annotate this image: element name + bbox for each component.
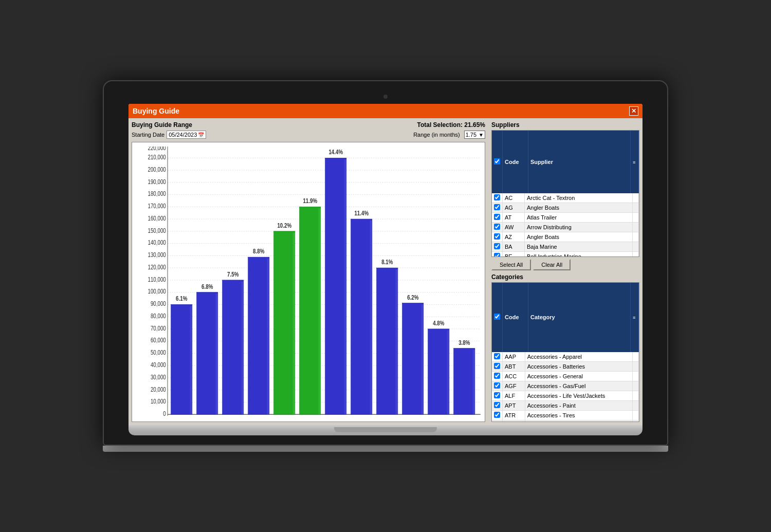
close-button[interactable]: ✕ <box>629 106 638 116</box>
category-checkbox-cell[interactable] <box>492 361 503 371</box>
category-row-action <box>633 381 639 391</box>
categories-data-table: AAP Accessories - Apparel ABT Accessorie… <box>492 352 639 421</box>
category-checkbox[interactable] <box>494 402 500 408</box>
svg-rect-72 <box>396 269 398 414</box>
categories-menu-icon[interactable]: ≡ <box>633 315 635 320</box>
categories-header-table: Code Category ≡ <box>492 283 639 352</box>
categories-name-header: Category <box>528 283 631 352</box>
supplier-checkbox[interactable] <box>494 204 500 210</box>
svg-text:210,000: 210,000 <box>148 154 166 160</box>
supplier-checkbox[interactable] <box>494 243 500 249</box>
app-content: Buying Guide Range Total Selection: 21.6… <box>128 118 642 425</box>
supplier-checkbox-cell[interactable] <box>492 242 503 252</box>
svg-rect-62 <box>300 207 321 414</box>
category-checkbox[interactable] <box>494 363 500 369</box>
category-checkbox[interactable] <box>494 392 500 398</box>
svg-text:0: 0 <box>163 410 166 417</box>
suppliers-title: Suppliers <box>491 121 639 129</box>
supplier-name: Baja Marine <box>524 242 632 252</box>
category-row: AAP Accessories - Apparel <box>492 352 639 362</box>
suppliers-code-header: Code <box>503 131 528 193</box>
suppliers-header-checkbox[interactable] <box>494 158 500 164</box>
supplier-checkbox-cell[interactable] <box>492 203 503 213</box>
supplier-checkbox[interactable] <box>494 194 500 200</box>
range-select[interactable]: 1.75 ▼ <box>464 131 485 139</box>
category-checkbox[interactable] <box>494 382 500 389</box>
svg-rect-53 <box>223 280 244 414</box>
category-checkbox[interactable] <box>494 353 500 359</box>
category-checkbox-cell[interactable] <box>492 352 503 362</box>
clear-all-button[interactable]: Clear All <box>533 259 571 270</box>
supplier-row: AT Atlas Trailer <box>492 213 639 223</box>
svg-text:140,000: 140,000 <box>148 239 166 246</box>
category-code: AAP <box>503 352 525 362</box>
supplier-checkbox-cell[interactable] <box>492 213 503 223</box>
suppliers-section: Suppliers Code <box>491 121 639 270</box>
category-row: ACC Accessories - General <box>492 371 639 381</box>
total-selection: Total Selection: 21.65% <box>417 121 486 129</box>
select-all-button[interactable]: Select All <box>491 259 531 270</box>
svg-rect-80 <box>454 348 475 415</box>
supplier-row: AZ Angler Boats <box>492 232 639 242</box>
supplier-checkbox[interactable] <box>494 224 500 230</box>
svg-rect-48 <box>190 306 192 414</box>
category-checkbox[interactable] <box>494 412 500 418</box>
supplier-row: AG Angler Boats <box>492 203 639 213</box>
starting-date-input[interactable]: 05/24/2023 📅 <box>167 131 206 139</box>
categories-check-header <box>492 283 503 352</box>
category-checkbox-cell[interactable] <box>492 400 503 410</box>
svg-rect-71 <box>377 268 398 414</box>
starting-date-label: Starting Date <box>132 132 164 138</box>
suppliers-header-row: Code Supplier ≡ <box>492 131 639 193</box>
category-row-action <box>633 410 639 420</box>
supplier-checkbox[interactable] <box>494 233 500 240</box>
category-checkbox-cell[interactable] <box>492 381 503 391</box>
category-code: ACC <box>503 371 525 381</box>
laptop-notch <box>334 427 437 432</box>
category-checkbox-cell[interactable] <box>492 371 503 381</box>
supplier-code: AC <box>503 193 525 203</box>
supplier-checkbox-cell[interactable] <box>492 223 503 232</box>
svg-text:30,000: 30,000 <box>151 374 166 380</box>
category-checkbox-cell[interactable] <box>492 420 503 421</box>
category-code: ALF <box>503 391 525 400</box>
category-row-action <box>633 391 639 400</box>
category-checkbox-cell[interactable] <box>492 391 503 400</box>
suppliers-scroll[interactable]: AC Arctic Cat - Textron AG Angler Boats … <box>492 193 639 256</box>
svg-rect-68 <box>351 219 372 414</box>
supplier-checkbox[interactable] <box>494 253 500 256</box>
category-name: Accessories - Batteries <box>525 361 633 371</box>
camera <box>383 95 388 99</box>
supplier-checkbox-cell[interactable] <box>492 252 503 256</box>
svg-rect-77 <box>428 329 449 414</box>
screen-bezel: Buying Guide ✕ Buying Guide Range Total … <box>103 80 668 446</box>
categories-scroll[interactable]: AAP Accessories - Apparel ABT Accessorie… <box>492 352 639 421</box>
supplier-name: Angler Boats <box>524 232 632 242</box>
suppliers-menu-icon[interactable]: ≡ <box>633 160 635 165</box>
supplier-name: Atlas Trailer <box>524 213 632 223</box>
svg-text:8.1%: 8.1% <box>381 259 393 265</box>
supplier-name: Arctic Cat - Textron <box>524 193 632 203</box>
svg-text:170,000: 170,000 <box>148 203 166 209</box>
supplier-row-action <box>632 213 638 223</box>
svg-text:6.1%: 6.1% <box>176 295 187 302</box>
svg-text:8.8%: 8.8% <box>253 248 264 254</box>
right-panel: Suppliers Code <box>488 118 642 425</box>
categories-header-checkbox[interactable] <box>494 314 500 320</box>
svg-text:150,000: 150,000 <box>148 227 166 234</box>
suppliers-table: Code Supplier ≡ <box>492 131 639 193</box>
supplier-row-action <box>632 242 638 252</box>
supplier-checkbox[interactable] <box>494 214 500 220</box>
svg-text:3.8%: 3.8% <box>458 339 470 346</box>
supplier-checkbox-cell[interactable] <box>492 193 503 203</box>
svg-text:10,000: 10,000 <box>151 398 166 405</box>
title-bar: Buying Guide ✕ <box>128 104 642 118</box>
category-checkbox[interactable] <box>494 373 500 379</box>
category-checkbox-cell[interactable] <box>492 410 503 420</box>
svg-text:20,000: 20,000 <box>151 386 166 392</box>
svg-rect-60 <box>293 233 295 415</box>
category-code: AGF <box>503 381 525 391</box>
svg-text:50,000: 50,000 <box>151 349 166 356</box>
supplier-checkbox-cell[interactable] <box>492 232 503 242</box>
calendar-icon[interactable]: 📅 <box>198 132 204 138</box>
